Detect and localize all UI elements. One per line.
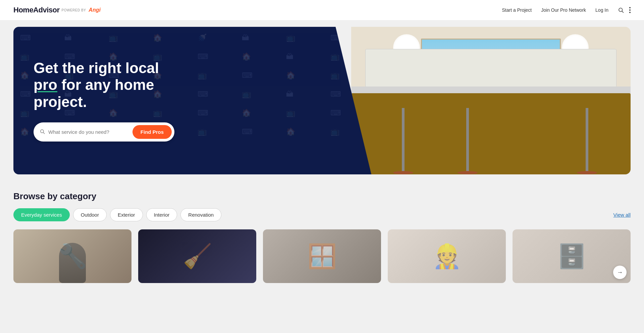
hero-title-highlight: pro xyxy=(34,76,57,93)
barstool-3 xyxy=(577,108,597,174)
barstool-seat xyxy=(577,171,597,174)
category-tabs: Everyday services Outdoor Exterior Inter… xyxy=(13,208,631,221)
tab-exterior[interactable]: Exterior xyxy=(110,208,143,221)
barstool-leg xyxy=(466,108,469,171)
logo-homeadvisor: HomeAdvisor xyxy=(13,6,60,14)
tab-outdoor[interactable]: Outdoor xyxy=(73,208,107,221)
barstool-seat xyxy=(458,171,478,174)
nav-icon-group xyxy=(618,7,631,13)
hero-right-panel xyxy=(351,27,631,174)
service-search-input[interactable] xyxy=(48,129,132,135)
svg-line-3 xyxy=(43,132,45,134)
hero-title-part1: Get the right local xyxy=(34,60,159,76)
service-card-5[interactable]: 🗄️ → xyxy=(513,229,631,283)
navbar: HomeAdvisor POWERED BY Angi Start a Proj… xyxy=(0,0,644,20)
search-icon-button[interactable] xyxy=(618,7,624,13)
navbar-links: Start a Project Join Our Pro Network Log… xyxy=(502,7,631,13)
kitchen-counter-top xyxy=(351,87,631,93)
card-image-3: 🪟 xyxy=(263,229,381,283)
browse-section: Browse by category Everyday services Out… xyxy=(0,181,644,293)
service-cards-container: 🔧 🧹 🪟 👷 🗄️ xyxy=(13,229,631,283)
kitchen-cabinet xyxy=(365,49,617,90)
barstool-2 xyxy=(458,108,478,174)
service-card-4[interactable]: 👷 xyxy=(388,229,506,283)
logo-angi: Angi xyxy=(89,7,101,13)
arrow-right-icon: → xyxy=(617,269,623,276)
card-image-2: 🧹 xyxy=(138,229,256,283)
tab-renovation[interactable]: Renovation xyxy=(180,208,221,221)
view-all-link[interactable]: View all xyxy=(613,212,631,218)
nav-login[interactable]: Log In xyxy=(595,7,608,13)
person-silhouette xyxy=(59,243,86,283)
browse-title: Browse by category xyxy=(13,191,631,202)
find-pros-button[interactable]: Find Pros xyxy=(132,125,172,139)
barstool-leg xyxy=(586,108,588,171)
nav-join-pro[interactable]: Join Our Pro Network xyxy=(541,7,586,13)
card-image-5: 🗄️ xyxy=(513,229,631,283)
more-options-button[interactable] xyxy=(629,7,631,13)
barstool-1 xyxy=(393,108,413,174)
powered-by-label: POWERED BY xyxy=(62,8,86,12)
card-image-1: 🔧 xyxy=(13,229,131,283)
search-bar: Find Pros xyxy=(34,122,174,142)
hero-title: Get the right local pro for any home pro… xyxy=(34,60,174,111)
hero-title-part2: for any home xyxy=(61,76,154,93)
card-image-4: 👷 xyxy=(388,229,506,283)
tab-interior[interactable]: Interior xyxy=(146,208,177,221)
logo-area: HomeAdvisor POWERED BY Angi xyxy=(13,6,101,14)
barstool-leg xyxy=(402,108,405,171)
tabs-list: Everyday services Outdoor Exterior Inter… xyxy=(13,208,221,221)
three-dot-icon xyxy=(629,7,631,13)
search-icon xyxy=(40,129,45,135)
tab-everyday-services[interactable]: Everyday services xyxy=(13,208,70,221)
svg-line-1 xyxy=(622,11,623,12)
service-card-1[interactable]: 🔧 xyxy=(13,229,131,283)
next-card-button[interactable]: → xyxy=(613,266,627,279)
service-card-2[interactable]: 🧹 xyxy=(138,229,256,283)
kitchen-scene xyxy=(351,27,631,174)
nav-start-project[interactable]: Start a Project xyxy=(502,7,532,13)
hero-wrapper: ⌨🏔📺🏠🚿🏔📺⌨ 📺⌨🏠📺⌨🏠🏔📺 🏠📺⌨🏠📺⌨🏠📺 ⌨🏔📺🏠⌨📺🏔⌨ 📺⌨🏠📺… xyxy=(0,20,644,181)
hero-title-part3: project. xyxy=(34,94,87,110)
service-card-3[interactable]: 🪟 xyxy=(263,229,381,283)
hero-left-panel: ⌨🏔📺🏠🚿🏔📺⌨ 📺⌨🏠📺⌨🏠🏔📺 🏠📺⌨🏠📺⌨🏠📺 ⌨🏔📺🏠⌨📺🏔⌨ 📺⌨🏠📺… xyxy=(13,27,371,174)
hero-container: ⌨🏔📺🏠🚿🏔📺⌨ 📺⌨🏠📺⌨🏠🏔📺 🏠📺⌨🏠📺⌨🏠📺 ⌨🏔📺🏠⌨📺🏔⌨ 📺⌨🏠📺… xyxy=(13,27,631,174)
barstool-seat xyxy=(393,171,413,174)
